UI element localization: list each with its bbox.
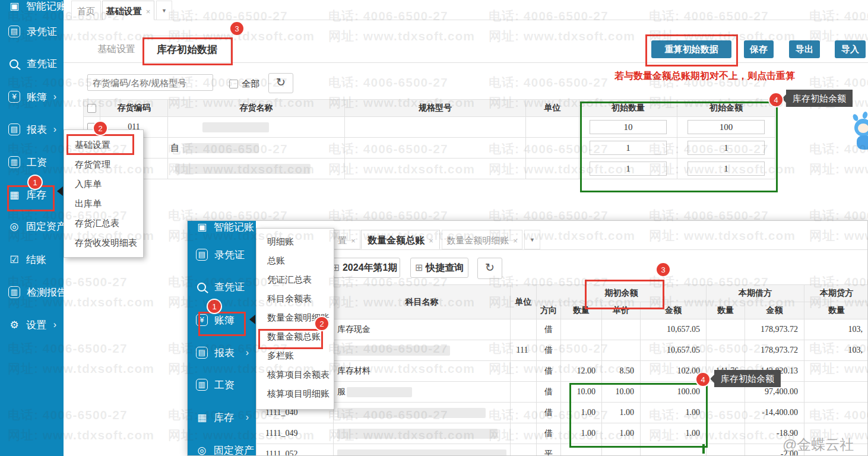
table-row: 011: [84, 117, 775, 138]
cell-direction: 平: [537, 444, 561, 456]
cell-opening-amt: 10,657.05: [641, 340, 707, 361]
menu-item-inventory-management[interactable]: 存货管理: [64, 154, 143, 174]
menu-item-general-ledger[interactable]: 总账: [256, 251, 334, 270]
main-sidebar: ▣ 智能记账 ▤ 录凭证 查凭证 ¥ 账簿 › ▤ 报表 › ▥ 工资 ▦ 库存…: [0, 0, 64, 456]
settings-icon: ⚙: [7, 319, 21, 331]
annotation-badge-1: 1: [27, 175, 43, 190]
cell-unit: [526, 159, 579, 179]
cell-init-qty: [579, 117, 677, 138]
menu-item-inventory-summary[interactable]: 存货汇总表: [64, 213, 143, 233]
tab-qty-amount-general-ledger[interactable]: 数量金额总账×: [361, 230, 440, 249]
sidebar-item-settings[interactable]: ⚙ 设置 ›: [0, 313, 64, 337]
col-header-code: 存货编码: [100, 100, 168, 117]
ledger-window-sidebar: ▣ 智能记账 ▤ 录凭证 查凭证 ¥ 账簿 ▤ 报表 › ▥ 工资 ▦ 库存: [188, 221, 256, 456]
close-icon[interactable]: ×: [351, 236, 356, 245]
menu-item-outbound-order[interactable]: 出库单: [64, 194, 143, 213]
tab-qty-amount-detail-ledger[interactable]: 数量金额明细账×: [442, 230, 522, 249]
closing-icon: ☑: [7, 254, 21, 266]
sidebar-item-ledger[interactable]: ¥ 账簿: [188, 308, 256, 332]
watermark-text: 电话: 4006-6500-27: [649, 8, 769, 24]
sidebar-item-smart-accounting[interactable]: ▣ 智能记账: [0, 0, 64, 18]
sidebar-item-fixed-assets[interactable]: ◎ 固定资产: [188, 438, 256, 456]
menu-item-item-balance[interactable]: 核算项目余额表: [256, 365, 334, 384]
sidebar-item-voucher-entry[interactable]: ▤ 录凭证: [188, 243, 256, 267]
sidebar-item-fixed-assets[interactable]: ◎ 固定资产: [0, 214, 64, 238]
all-checkbox-label: 全部: [242, 78, 259, 88]
menu-item-basic-settings[interactable]: 基础设置: [64, 135, 143, 154]
menu-item-voucher-summary[interactable]: 凭证汇总表: [256, 270, 334, 289]
init-amt-input[interactable]: [688, 120, 765, 134]
watermark-text: 网址: www.tdxsoft.com: [809, 161, 868, 178]
tab-basic-settings[interactable]: 基础设置×: [102, 1, 154, 20]
annotation-badge-3: 3: [655, 262, 671, 277]
menu-item-inventory-inout-detail[interactable]: 存货收发明细表: [64, 233, 143, 252]
close-icon[interactable]: ×: [429, 236, 433, 245]
period-selector-button[interactable]: ⊞2024年第1期: [329, 258, 400, 278]
menu-item-item-detail[interactable]: 核算项目明细账: [256, 384, 334, 403]
cell-unit: 111: [511, 340, 537, 361]
sidebar-item-payroll[interactable]: ▥ 工资: [0, 150, 64, 174]
refresh-icon[interactable]: ↻: [477, 258, 502, 279]
tab-home[interactable]: 首页: [71, 1, 101, 20]
save-button[interactable]: 保存: [744, 40, 774, 58]
annotation-badge-3: 3: [229, 21, 245, 36]
watermark-text: 电话: 4006-6500-27: [168, 8, 288, 24]
reports-icon: ▤: [8, 124, 20, 135]
close-icon[interactable]: ×: [513, 236, 518, 245]
fixed-assets-icon: ◎: [195, 444, 209, 456]
quick-query-button[interactable]: ⊞快捷查询: [410, 258, 468, 278]
sidebar-item-reports[interactable]: ▤ 报表 ›: [188, 341, 256, 365]
col-header-qty: 数量: [804, 302, 868, 319]
col-header-name: 存货名称: [168, 100, 345, 117]
sidebar-item-inspection-report[interactable]: ▥ 检测报告: [0, 280, 64, 304]
sidebar-item-voucher-entry[interactable]: ▤ 录凭证: [0, 20, 64, 43]
recalc-initial-data-button[interactable]: 重算初始数据: [651, 40, 731, 58]
subtab-basic-settings[interactable]: 基础设置: [92, 36, 141, 62]
subtab-inventory-initial-data[interactable]: 库存初始数据: [143, 36, 231, 62]
table-row: [84, 159, 775, 179]
tab-list-caret-icon[interactable]: ▼: [156, 1, 172, 20]
menu-item-inbound-order[interactable]: 入库单: [64, 174, 143, 194]
refresh-icon[interactable]: ↻: [268, 73, 293, 93]
cell-opening-price: 1.00: [602, 423, 641, 444]
menu-item-detail-ledger[interactable]: 明细账: [256, 232, 334, 251]
tab-partial-settings[interactable]: 置×: [333, 230, 360, 249]
annotation-badge-1: 1: [207, 299, 222, 314]
inventory-search-input[interactable]: [87, 74, 213, 91]
cell-opening-amt: 1.00: [641, 403, 707, 423]
col-header-unit: 单位: [526, 100, 579, 117]
select-all-checkbox[interactable]: [84, 100, 100, 117]
init-amt-input[interactable]: [688, 141, 765, 155]
sidebar-item-payroll[interactable]: ▥ 工资: [188, 373, 256, 397]
init-amt-input[interactable]: [688, 162, 765, 176]
col-header-amt: 金额: [745, 302, 804, 319]
assistant-mascot-icon[interactable]: [853, 115, 868, 154]
cell-direction: 借: [537, 382, 561, 403]
watermark-text: 电话: 4006-6500-27: [489, 8, 609, 24]
cell-account-name: [334, 403, 511, 423]
close-icon[interactable]: ×: [146, 7, 151, 16]
sidebar-item-smart-accounting[interactable]: ▣ 智能记账: [188, 220, 256, 239]
menu-item-account-balance[interactable]: 科目余额表: [256, 289, 334, 308]
all-checkbox[interactable]: 全部: [229, 78, 259, 90]
sidebar-item-closing[interactable]: ☑ 结账: [0, 248, 64, 271]
sidebar-item-inventory[interactable]: ▦ 库存 ›: [188, 406, 256, 429]
menu-item-multi-column-ledger[interactable]: 多栏账: [256, 346, 334, 365]
checkbox-icon[interactable]: [229, 80, 238, 88]
inventory-icon: ▦: [7, 189, 21, 201]
cell-opening-price: 10.00: [602, 382, 641, 403]
sidebar-item-voucher-search[interactable]: 查凭证: [0, 52, 64, 75]
cell-unit: [526, 138, 579, 159]
tab-list-caret-icon[interactable]: ▼: [524, 230, 540, 249]
sidebar-item-ledger[interactable]: ¥ 账簿 ›: [0, 85, 64, 109]
ledger-window: 置× 数量金额总账× 数量金额明细账× ▼ ⊞2024年第1期 ⊞快捷查询 ↻ …: [187, 220, 868, 456]
init-qty-input[interactable]: [590, 141, 667, 155]
cell-account-name: [334, 423, 511, 444]
sidebar-item-voucher-search[interactable]: 查凭证: [188, 275, 256, 299]
init-qty-input[interactable]: [590, 162, 667, 176]
cell-opening-price: 8.50: [602, 361, 641, 382]
init-qty-input[interactable]: [590, 120, 667, 134]
sidebar-item-reports[interactable]: ▤ 报表 ›: [0, 118, 64, 141]
import-button[interactable]: 导入: [835, 40, 866, 58]
export-button[interactable]: 导出: [789, 40, 820, 58]
